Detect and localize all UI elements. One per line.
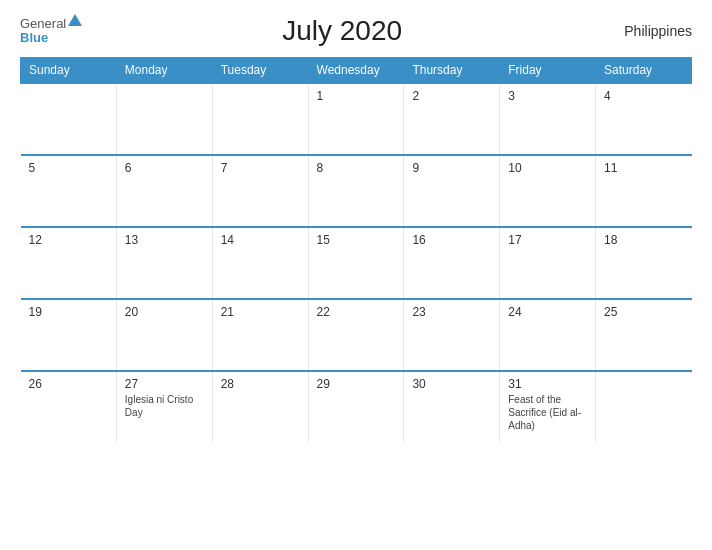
day-number: 29 — [317, 377, 396, 391]
day-number: 20 — [125, 305, 204, 319]
calendar-cell: 19 — [21, 299, 117, 371]
day-number: 7 — [221, 161, 300, 175]
day-number: 2 — [412, 89, 491, 103]
calendar-cell: 24 — [500, 299, 596, 371]
logo-general-text: General — [20, 17, 66, 31]
header-thursday: Thursday — [404, 58, 500, 84]
calendar-table: Sunday Monday Tuesday Wednesday Thursday… — [20, 57, 692, 443]
header-saturday: Saturday — [596, 58, 692, 84]
header-friday: Friday — [500, 58, 596, 84]
calendar-header: General Blue July 2020 Philippines — [20, 15, 692, 47]
calendar-cell: 17 — [500, 227, 596, 299]
calendar-week-row: 19202122232425 — [21, 299, 692, 371]
calendar-cell: 21 — [212, 299, 308, 371]
calendar-title: July 2020 — [82, 15, 602, 47]
day-number: 18 — [604, 233, 683, 247]
day-number: 1 — [317, 89, 396, 103]
day-number: 12 — [29, 233, 108, 247]
day-number: 5 — [29, 161, 108, 175]
calendar-cell: 20 — [116, 299, 212, 371]
day-number: 31 — [508, 377, 587, 391]
calendar-cell: 26 — [21, 371, 117, 443]
calendar-container: General Blue July 2020 Philippines Sunda… — [0, 0, 712, 550]
day-number: 27 — [125, 377, 204, 391]
day-number: 19 — [29, 305, 108, 319]
calendar-cell — [116, 83, 212, 155]
calendar-cell: 27Iglesia ni Cristo Day — [116, 371, 212, 443]
calendar-cell: 6 — [116, 155, 212, 227]
calendar-cell: 14 — [212, 227, 308, 299]
day-number: 11 — [604, 161, 683, 175]
calendar-cell — [21, 83, 117, 155]
day-number: 24 — [508, 305, 587, 319]
event-label: Feast of the Sacrifice (Eid al-Adha) — [508, 393, 587, 432]
day-number: 15 — [317, 233, 396, 247]
calendar-cell: 5 — [21, 155, 117, 227]
day-number: 22 — [317, 305, 396, 319]
day-number: 6 — [125, 161, 204, 175]
calendar-cell: 9 — [404, 155, 500, 227]
calendar-cell: 3 — [500, 83, 596, 155]
day-number: 25 — [604, 305, 683, 319]
calendar-week-row: 2627Iglesia ni Cristo Day28293031Feast o… — [21, 371, 692, 443]
calendar-cell: 7 — [212, 155, 308, 227]
calendar-cell: 18 — [596, 227, 692, 299]
day-number: 9 — [412, 161, 491, 175]
logo-blue-text: Blue — [20, 31, 82, 45]
header-tuesday: Tuesday — [212, 58, 308, 84]
calendar-week-row: 1234 — [21, 83, 692, 155]
day-number: 17 — [508, 233, 587, 247]
day-number: 4 — [604, 89, 683, 103]
calendar-cell: 1 — [308, 83, 404, 155]
calendar-cell: 28 — [212, 371, 308, 443]
event-label: Iglesia ni Cristo Day — [125, 393, 204, 419]
day-number: 14 — [221, 233, 300, 247]
calendar-cell: 31Feast of the Sacrifice (Eid al-Adha) — [500, 371, 596, 443]
day-number: 28 — [221, 377, 300, 391]
day-number: 30 — [412, 377, 491, 391]
calendar-cell: 16 — [404, 227, 500, 299]
header-wednesday: Wednesday — [308, 58, 404, 84]
day-number: 26 — [29, 377, 108, 391]
calendar-cell: 23 — [404, 299, 500, 371]
calendar-cell — [212, 83, 308, 155]
calendar-cell — [596, 371, 692, 443]
day-number: 10 — [508, 161, 587, 175]
calendar-cell: 29 — [308, 371, 404, 443]
day-number: 3 — [508, 89, 587, 103]
calendar-cell: 15 — [308, 227, 404, 299]
calendar-cell: 8 — [308, 155, 404, 227]
calendar-cell: 11 — [596, 155, 692, 227]
calendar-cell: 4 — [596, 83, 692, 155]
calendar-cell: 2 — [404, 83, 500, 155]
calendar-cell: 25 — [596, 299, 692, 371]
country-label: Philippines — [602, 23, 692, 39]
day-number: 8 — [317, 161, 396, 175]
calendar-week-row: 567891011 — [21, 155, 692, 227]
weekday-header-row: Sunday Monday Tuesday Wednesday Thursday… — [21, 58, 692, 84]
logo: General Blue — [20, 17, 82, 46]
calendar-cell: 13 — [116, 227, 212, 299]
day-number: 21 — [221, 305, 300, 319]
header-sunday: Sunday — [21, 58, 117, 84]
day-number: 16 — [412, 233, 491, 247]
calendar-cell: 12 — [21, 227, 117, 299]
calendar-cell: 10 — [500, 155, 596, 227]
calendar-week-row: 12131415161718 — [21, 227, 692, 299]
header-monday: Monday — [116, 58, 212, 84]
calendar-cell: 30 — [404, 371, 500, 443]
day-number: 13 — [125, 233, 204, 247]
calendar-cell: 22 — [308, 299, 404, 371]
day-number: 23 — [412, 305, 491, 319]
